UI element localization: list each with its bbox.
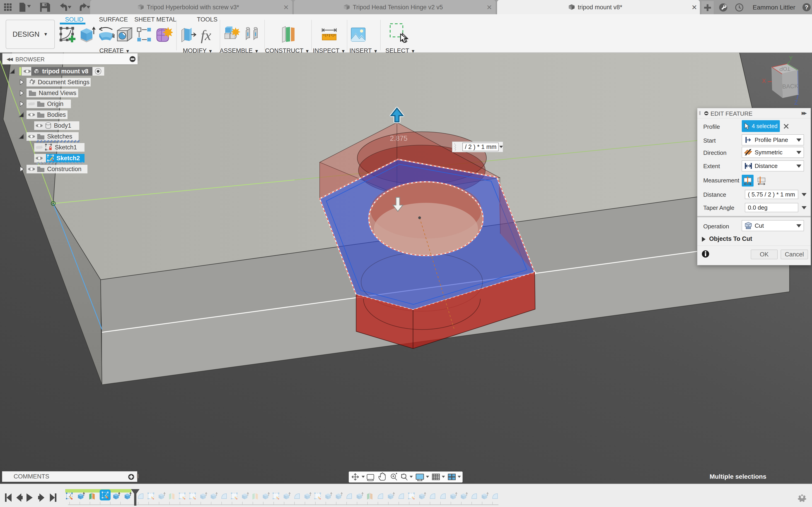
svg-text:BACK: BACK (782, 82, 798, 90)
svg-text:Y: Y (789, 55, 793, 62)
svg-text:2.875: 2.875 (390, 134, 408, 143)
svg-text:Z: Z (794, 99, 798, 106)
svg-text:/ 2 ) * 1 mm: / 2 ) * 1 mm (465, 144, 497, 150)
svg-text:?: ? (805, 4, 808, 11)
svg-text:X: X (762, 77, 766, 84)
svg-text:TOP: TOP (779, 66, 791, 72)
